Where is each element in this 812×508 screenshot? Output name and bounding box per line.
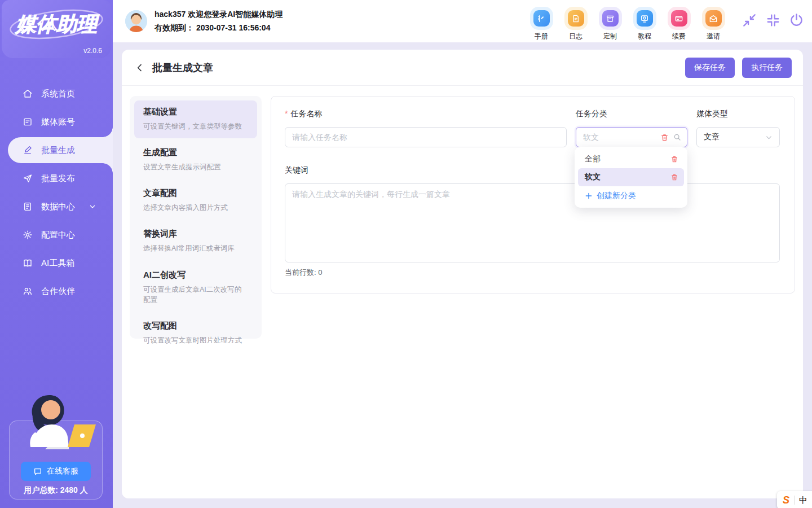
sidebar-item-label: 配置中心 (41, 230, 75, 240)
quick-action-renew[interactable]: 续费 (669, 7, 689, 41)
ime-divider (794, 496, 795, 505)
sidebar-item-home[interactable]: 系统首页 (0, 80, 113, 108)
create-category-button[interactable]: 创建新分类 (578, 186, 684, 205)
logo-art-icon: 媒体助理 (6, 5, 107, 42)
quick-action-manual[interactable]: 手册 (532, 7, 551, 41)
custom-icon (606, 14, 615, 23)
chevron-down-icon (765, 134, 773, 141)
task-name-input[interactable] (285, 127, 567, 147)
customer-service-widget: 在线客服 用户总数: 2480 人 (9, 421, 103, 500)
quick-action-log[interactable]: 日志 (566, 7, 585, 41)
sidebar-item-partner[interactable]: 合作伙伴 (0, 277, 113, 305)
main-panel: 批量生成文章 保存任务 执行任务 基础设置 可设置关键词，文章类型等参数 生成配… (122, 50, 803, 498)
delete-option-icon[interactable] (670, 155, 678, 163)
option-label: 全部 (585, 154, 601, 164)
sidebar-item-batch-publish[interactable]: 批量发布 (0, 164, 113, 192)
plus-icon (585, 192, 593, 200)
home-icon (23, 89, 33, 99)
quick-action-label: 定制 (603, 32, 617, 41)
tab-desc: 选择文章内容插入图片方式 (143, 203, 248, 213)
exit-fullscreen-button[interactable] (765, 12, 780, 28)
chevron-down-icon (89, 203, 96, 210)
expiry-text: 有效期到： 2030-07-31 16:56:04 (155, 23, 283, 33)
arrows-in-icon (742, 13, 757, 28)
keywords-textarea[interactable] (285, 183, 780, 262)
tab-basic-settings[interactable]: 基础设置 可设置关键词，文章类型等参数 (134, 100, 257, 138)
task-category-dropdown: 全部 软文 创建新分类 (575, 147, 687, 208)
sidebar-item-label: 系统首页 (41, 89, 75, 99)
user-info: hack357 欢迎您登录AI智能媒体助理 有效期到： 2030-07-31 1… (155, 10, 283, 33)
quick-action-invite[interactable]: 邀请 (704, 7, 723, 41)
ime-indicator[interactable]: S 中 (777, 491, 812, 508)
manual-icon (537, 14, 546, 23)
online-service-button[interactable]: 在线客服 (21, 462, 91, 481)
tab-title: 文章配图 (143, 188, 248, 199)
sidebar-item-data-center[interactable]: 数据中心 (0, 192, 113, 221)
renew-icon (674, 14, 683, 23)
quick-action-custom[interactable]: 定制 (601, 7, 620, 41)
tab-title: AI二创改写 (143, 270, 248, 281)
power-button[interactable] (789, 12, 804, 28)
sidebar-item-label: 批量生成 (41, 145, 75, 156)
sidebar-item-batch-generate[interactable]: 批量生成 (8, 137, 113, 163)
clear-trash-icon[interactable] (660, 133, 669, 142)
run-task-button[interactable]: 执行任务 (742, 58, 792, 78)
line-count: 当前行数: 0 (285, 268, 781, 278)
tab-replace-lexicon[interactable]: 替换词库 选择替换AI常用词汇或者词库 (134, 222, 257, 260)
ai-toolbox-icon (23, 258, 33, 268)
quick-action-label: 续费 (672, 32, 686, 41)
search-icon (673, 133, 681, 141)
quick-action-label: 邀请 (707, 32, 720, 41)
option-label: 软文 (585, 172, 601, 182)
create-category-label: 创建新分类 (597, 191, 636, 201)
media-account-icon (23, 117, 33, 127)
sogou-logo-icon: S (783, 494, 789, 506)
tab-title: 改写配图 (143, 321, 248, 331)
top-header: hack357 欢迎您登录AI智能媒体助理 有效期到： 2030-07-31 1… (113, 0, 812, 42)
collapse-window-button[interactable] (742, 12, 757, 28)
panel-header: 批量生成文章 保存任务 执行任务 (122, 50, 803, 86)
settings-tabs: 基础设置 可设置关键词，文章类型等参数 生成配置 设置文章生成提示词配置 文章配… (130, 96, 262, 339)
logo-text: 媒体助理 (15, 12, 100, 36)
media-type-label: 媒体类型 (696, 109, 780, 119)
quick-action-tutorial[interactable]: 教程 (635, 7, 654, 41)
media-type-select[interactable]: 文章 (696, 127, 780, 147)
tab-article-image[interactable]: 文章配图 选择文章内容插入图片方式 (134, 182, 257, 220)
user-total: 用户总数: 2480 人 (10, 485, 102, 496)
tab-ai-rewrite[interactable]: AI二创改写 可设置生成后文章AI二次改写的配置 (134, 264, 257, 312)
sidebar-item-label: 数据中心 (41, 202, 75, 212)
quick-action-label: 教程 (638, 32, 651, 41)
sidebar-item-config-center[interactable]: 配置中心 (0, 221, 113, 249)
sidebar: 媒体助理 v2.0.6 系统首页 媒体账号 批量生成 批量发布 数据中心 配置中… (0, 0, 113, 508)
tab-desc: 可设置改写文章时图片处理方式 (143, 335, 248, 345)
task-name-label: *任务名称 (285, 109, 567, 119)
data-center-icon (23, 202, 33, 212)
save-task-button[interactable]: 保存任务 (685, 58, 735, 78)
sidebar-item-ai-toolbox[interactable]: AI工具箱 (0, 249, 113, 277)
task-category-label: 任务分类 (576, 109, 687, 119)
back-button[interactable] (133, 61, 147, 75)
tab-title: 生成配置 (143, 147, 248, 158)
ime-language: 中 (799, 495, 807, 506)
dropdown-option-all[interactable]: 全部 (578, 150, 684, 168)
tab-desc: 可设置关键词，文章类型等参数 (143, 121, 248, 132)
dropdown-option-softarticle[interactable]: 软文 (578, 168, 684, 186)
delete-option-icon[interactable] (670, 173, 678, 181)
sidebar-item-label: 合作伙伴 (41, 286, 75, 297)
media-type-value: 文章 (704, 132, 720, 142)
batch-generate-icon (23, 145, 33, 155)
quick-action-label: 日志 (569, 32, 582, 41)
avatar-icon (125, 10, 147, 32)
app-logo: 媒体助理 v2.0.6 (2, 0, 111, 58)
task-category-combobox[interactable] (576, 127, 687, 147)
tab-desc: 设置文章生成提示词配置 (143, 162, 248, 172)
compress-icon (766, 13, 780, 28)
sidebar-item-media-account[interactable]: 媒体账号 (0, 108, 113, 136)
avatar[interactable] (125, 10, 147, 32)
sidebar-nav: 系统首页 媒体账号 批量生成 批量发布 数据中心 配置中心 AI工具箱 (0, 80, 113, 305)
task-category-input[interactable] (583, 133, 656, 142)
sidebar-item-label: 批量发布 (41, 173, 75, 184)
tab-title: 替换词库 (143, 229, 248, 239)
tab-rewrite-image[interactable]: 改写配图 可设置改写文章时图片处理方式 (134, 314, 257, 352)
tab-generate-config[interactable]: 生成配置 设置文章生成提示词配置 (134, 141, 257, 179)
